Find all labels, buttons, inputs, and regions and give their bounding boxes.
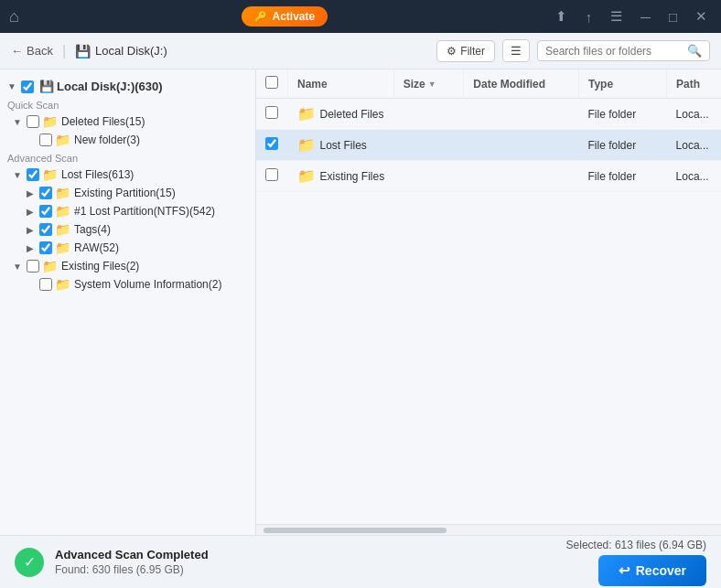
tree-row-existing-files[interactable]: ▼ 📁 Existing Files(2) — [0, 257, 255, 275]
nav-path: 💾 Local Disk(J:) — [75, 44, 167, 59]
back-button[interactable]: ← Back — [11, 44, 53, 58]
nav-right: ⚙ Filter ☰ 🔍 — [436, 39, 710, 62]
existing-files-icon: 📁 — [42, 259, 58, 273]
th-type[interactable]: Type — [578, 69, 666, 99]
table-row[interactable]: 📁 Deleted Files File folder Loca... — [256, 99, 721, 130]
filter-label: Filter — [460, 45, 485, 58]
row-checkbox-2[interactable] — [265, 168, 278, 181]
home-icon[interactable]: ⌂ — [9, 7, 19, 27]
tags-checkbox[interactable] — [39, 223, 52, 236]
main-content: ▼ 💾 Local Disk(J:)(630) Quick Scan ▼ 📁 D… — [0, 69, 721, 535]
row-checkbox-0[interactable] — [265, 106, 278, 119]
existing-partition-label: Existing Partition(15) — [74, 187, 176, 199]
file-name-cell: 📁 Deleted Files — [297, 105, 385, 123]
status-sub: Found: 630 files (6.95 GB) — [55, 563, 209, 576]
file-list-container: Name Size ▼ Date Modified — [256, 69, 721, 535]
search-input[interactable] — [545, 45, 683, 58]
search-icon[interactable]: 🔍 — [687, 44, 702, 58]
close-button[interactable]: ✕ — [691, 6, 712, 27]
nav-path-label: Local Disk(J:) — [95, 44, 167, 58]
title-bar-controls: ⬆ ↑ ☰ ─ □ ✕ — [551, 6, 712, 27]
tree-row-deleted-files[interactable]: ▼ 📁 Deleted Files(15) — [0, 112, 255, 131]
horizontal-scrollbar[interactable] — [256, 524, 721, 535]
existing-partition-checkbox[interactable] — [39, 187, 52, 199]
system-volume-checkbox[interactable] — [39, 278, 52, 291]
th-size-label: Size — [404, 78, 425, 91]
select-all-checkbox[interactable] — [265, 76, 278, 89]
tree-row-raw[interactable]: ▶ 📁 RAW(52) — [0, 239, 255, 257]
upload-icon[interactable]: ↑ — [581, 7, 597, 27]
share-icon[interactable]: ⬆ — [551, 6, 572, 27]
menu-icon[interactable]: ☰ — [606, 6, 627, 27]
maximize-button[interactable]: □ — [664, 7, 682, 27]
new-folder-icon: 📁 — [55, 133, 70, 147]
existing-files-label: Existing Files(2) — [61, 260, 139, 273]
drive-checkbox[interactable] — [21, 80, 34, 93]
file-name-cell: 📁 Lost Files — [297, 136, 385, 154]
title-bar: ⌂ Activate ⬆ ↑ ☰ ─ □ ✕ — [0, 0, 721, 33]
tree-row-system-volume[interactable]: ▶ 📁 System Volume Information(2) — [0, 275, 255, 294]
existing-files-toggle[interactable]: ▼ — [11, 260, 24, 273]
existing-files-checkbox[interactable] — [27, 260, 39, 273]
file-type: File folder — [578, 130, 666, 161]
activate-button[interactable]: Activate — [242, 6, 328, 27]
raw-label: RAW(52) — [74, 241, 119, 254]
raw-icon: 📁 — [55, 241, 70, 255]
back-arrow-icon: ← — [11, 44, 23, 58]
selected-info: Selected: 613 files (6.94 GB) — [566, 539, 706, 551]
file-date — [464, 99, 579, 130]
file-path: Loca... — [667, 130, 721, 161]
tree-row-existing-partition[interactable]: ▶ 📁 Existing Partition(15) — [0, 184, 255, 202]
lost-partition-toggle[interactable]: ▶ — [24, 205, 37, 218]
minimize-button[interactable]: ─ — [636, 7, 655, 27]
file-path: Loca... — [667, 99, 721, 130]
scroll-thumb[interactable] — [264, 528, 447, 533]
th-checkbox — [256, 69, 288, 99]
file-folder-icon: 📁 — [297, 167, 316, 185]
existing-partition-icon: 📁 — [55, 186, 70, 200]
tree-row-tags[interactable]: ▶ 📁 Tags(4) — [0, 220, 255, 239]
th-size[interactable]: Size ▼ — [393, 69, 464, 99]
file-type: File folder — [578, 99, 666, 130]
tags-label: Tags(4) — [74, 223, 111, 236]
drive-root-row[interactable]: ▼ 💾 Local Disk(J:)(630) — [0, 77, 255, 96]
file-size — [393, 130, 464, 161]
raw-toggle[interactable]: ▶ — [24, 241, 37, 254]
lost-partition-checkbox[interactable] — [39, 205, 52, 218]
deleted-files-checkbox[interactable] — [27, 115, 39, 128]
tree-row-lost-files[interactable]: ▼ 📁 Lost Files(613) — [0, 166, 255, 184]
title-bar-left: ⌂ — [9, 7, 19, 27]
file-list: Name Size ▼ Date Modified — [256, 69, 721, 524]
tags-toggle[interactable]: ▶ — [24, 223, 37, 236]
table-row[interactable]: 📁 Existing Files File folder Loca... — [256, 161, 721, 192]
table-row[interactable]: 📁 Lost Files File folder Loca... — [256, 130, 721, 161]
nav-bar: ← Back | 💾 Local Disk(J:) ⚙ Filter ☰ 🔍 — [0, 33, 721, 69]
status-title: Advanced Scan Completed — [55, 548, 209, 561]
tree-row-new-folder[interactable]: ▶ 📁 New folder(3) — [0, 131, 255, 149]
row-checkbox-1[interactable] — [265, 137, 278, 150]
tree-row-lost-partition[interactable]: ▶ 📁 #1 Lost Partition(NTFS)(542) — [0, 202, 255, 220]
deleted-files-toggle[interactable]: ▼ — [11, 115, 24, 128]
file-folder-icon: 📁 — [297, 105, 316, 123]
system-volume-icon: 📁 — [55, 277, 70, 292]
filter-button[interactable]: ⚙ Filter — [436, 40, 495, 62]
recover-button[interactable]: ↩ Recover — [598, 555, 706, 586]
raw-checkbox[interactable] — [39, 241, 52, 254]
search-bar: 🔍 — [537, 40, 710, 61]
th-date[interactable]: Date Modified — [464, 69, 579, 99]
drive-folder-icon: 💾 — [39, 80, 54, 93]
existing-partition-toggle[interactable]: ▶ — [24, 187, 37, 199]
sidebar: ▼ 💾 Local Disk(J:)(630) Quick Scan ▼ 📁 D… — [0, 69, 256, 535]
file-date — [464, 130, 579, 161]
th-name[interactable]: Name — [288, 69, 394, 99]
th-path[interactable]: Path — [667, 69, 721, 99]
lost-files-icon: 📁 — [42, 167, 58, 182]
quick-scan-label: Quick Scan — [0, 96, 255, 112]
file-table: Name Size ▼ Date Modified — [256, 69, 721, 192]
lost-files-checkbox[interactable] — [27, 168, 39, 181]
lost-files-toggle[interactable]: ▼ — [11, 168, 24, 181]
drive-toggle[interactable]: ▼ — [5, 80, 18, 93]
view-menu-button[interactable]: ☰ — [502, 39, 530, 62]
new-folder-checkbox[interactable] — [39, 134, 52, 146]
back-label: Back — [27, 44, 53, 58]
